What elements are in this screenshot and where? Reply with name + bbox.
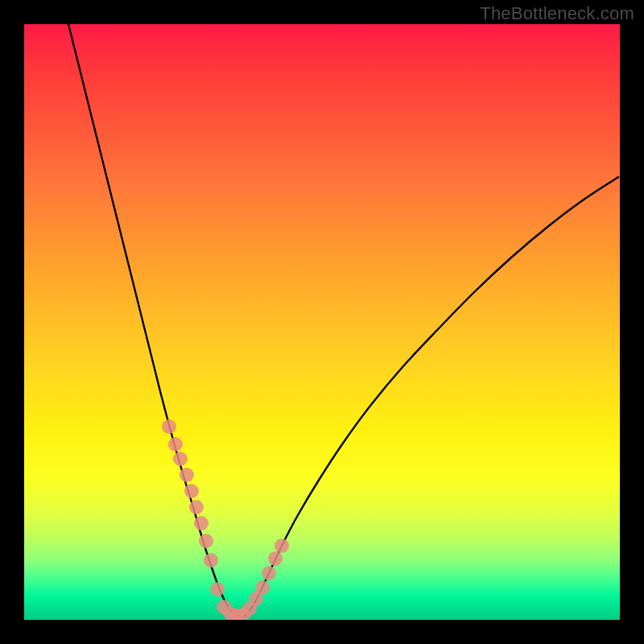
highlight-dot bbox=[180, 468, 194, 482]
highlight-dots bbox=[162, 419, 289, 620]
highlight-dot bbox=[184, 484, 199, 498]
highlight-dot bbox=[262, 566, 276, 580]
chart-svg bbox=[24, 24, 620, 620]
plot-area bbox=[24, 24, 620, 620]
highlight-dot bbox=[275, 539, 289, 553]
watermark-text: TheBottleneck.com bbox=[480, 3, 634, 24]
highlight-dot bbox=[162, 419, 176, 434]
highlight-dot bbox=[173, 452, 188, 466]
highlight-dot bbox=[199, 534, 213, 548]
highlight-dot bbox=[268, 551, 283, 566]
highlight-dot bbox=[210, 582, 225, 597]
highlight-dot bbox=[204, 553, 218, 568]
highlight-dot bbox=[168, 437, 183, 452]
highlight-dot bbox=[189, 500, 204, 514]
chart-frame: TheBottleneck.com bbox=[0, 0, 644, 644]
curve-line bbox=[68, 24, 618, 617]
highlight-dot bbox=[255, 580, 270, 595]
highlight-dot bbox=[194, 516, 208, 530]
